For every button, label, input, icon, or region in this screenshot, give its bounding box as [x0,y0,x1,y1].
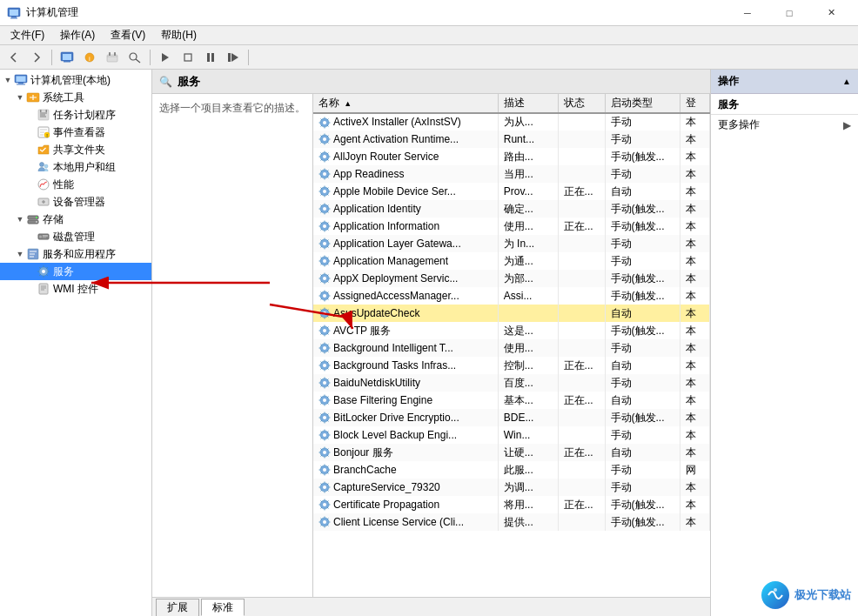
col-header-startup[interactable]: 启动类型 [605,94,680,113]
service-desc-cell: 这是... [498,322,558,339]
table-row[interactable]: Application Layer Gatewa... 为 In... 手动 本 [313,235,710,252]
toolbar-btn4[interactable] [124,48,145,67]
local-users-expand[interactable]: ▶ [24,161,37,173]
table-row[interactable]: AsusUpdateCheck 自动 本 [313,305,710,322]
service-logon-cell: 本 [680,339,709,357]
computer-icon [14,73,28,87]
service-name-cell: Certificate Propagation [313,496,498,513]
toolbar-btn3[interactable] [102,48,123,67]
services-apps-expand[interactable]: ▼ [14,248,26,260]
sidebar-item-disk-management[interactable]: ▶ 磁盘管理 [0,228,151,245]
toolbar-btn1[interactable] [57,48,77,67]
menu-help[interactable]: 帮助(H) [154,27,204,44]
tab-expand[interactable]: 扩展 [156,599,199,616]
table-row[interactable]: ActiveX Installer (AxInstSV) 为从... 手动 本 [313,113,710,131]
toolbar-forward[interactable] [26,48,47,67]
sidebar-item-services[interactable]: ▶ 服务 [0,263,151,280]
sidebar-root[interactable]: ▼ 计算机管理(本地) [0,71,151,89]
device-manager-expand[interactable]: ▶ [24,196,37,208]
table-row[interactable]: BranchCache 此服... 手动 网 [313,461,710,479]
col-header-name[interactable]: 名称 ▲ [313,94,498,113]
table-row[interactable]: Background Tasks Infras... 控制... 正在... 自… [313,357,710,374]
action-more-actions[interactable]: 更多操作 ▶ [711,115,858,135]
service-name-cell: Background Tasks Infras... [313,357,498,374]
table-row[interactable]: AVCTP 服务 这是... 手动(触发... 本 [313,322,710,339]
tab-standard[interactable]: 标准 [201,599,245,616]
table-row[interactable]: Agent Activation Runtime... Runt... 手动 本 [313,131,710,148]
table-row[interactable]: Base Filtering Engine 基本... 正在... 自动 本 [313,392,710,409]
service-logon-cell: 本 [680,392,709,409]
menu-view[interactable]: 查看(V) [104,27,152,44]
sidebar-item-wmi[interactable]: ▶ WMI 控件 [0,280,151,298]
toolbar-pause[interactable] [200,48,221,67]
table-row[interactable]: Application Information 使用... 正在... 手动(触… [313,218,710,235]
performance-expand[interactable]: ▶ [24,178,37,191]
toolbar-restart[interactable] [223,48,244,67]
table-row[interactable]: Block Level Backup Engi... Win... 手动 本 [313,426,710,444]
table-row[interactable]: Certificate Propagation 将用... 正在... 手动(触… [313,496,710,513]
svg-rect-26 [40,110,42,112]
table-row[interactable]: Application Identity 确定... 手动(触发... 本 [313,200,710,218]
service-name-cell: App Readiness [313,165,498,183]
sidebar-item-event-viewer[interactable]: ▶ ! 事件查看器 [0,124,151,141]
table-row[interactable]: AssignedAccessManager... Assi... 手动(触发..… [313,287,710,305]
table-row[interactable]: Background Intelligent T... 使用... 手动 本 [313,339,710,357]
table-row[interactable]: AppX Deployment Servic... 为部... 手动(触发...… [313,270,710,287]
toolbar-back[interactable] [3,48,24,67]
table-row[interactable]: BaiduNetdiskUtility 百度... 手动 本 [313,374,710,392]
services-expand[interactable]: ▶ [24,265,37,278]
action-header-arrow: ▲ [842,77,851,86]
root-expand[interactable]: ▼ [2,74,14,86]
storage-expand[interactable]: ▼ [14,213,26,225]
service-status-cell [558,513,605,531]
minimize-button[interactable]: ─ [727,0,768,26]
toolbar-pause-sq[interactable] [178,48,198,67]
action-header-label: 操作 [718,74,739,89]
sidebar-item-storage[interactable]: ▼ 存储 [0,211,151,228]
table-row[interactable]: Client License Service (Cli... 提供... 手动(… [313,513,710,531]
col-header-desc[interactable]: 描述 [498,94,558,113]
sidebar-item-system-tools[interactable]: ▼ 系统工具 [0,89,151,106]
close-button[interactable]: ✕ [811,0,851,26]
service-startup-cell: 手动(触发... [605,148,680,165]
menu-file[interactable]: 文件(F) [3,27,51,44]
sidebar-item-services-apps[interactable]: ▼ 服务和应用程序 [0,245,151,263]
sidebar-item-task-scheduler[interactable]: ▶ 任务计划程序 [0,106,151,124]
system-tools-expand[interactable]: ▼ [14,91,26,104]
svg-point-83 [323,433,326,437]
content-area: 🔍 服务 选择一个项目来查看它的描述。 名称 [152,70,710,616]
svg-point-75 [323,364,326,367]
event-viewer-expand[interactable]: ▶ [24,126,37,138]
sort-arrow-name: ▲ [344,99,352,108]
service-desc-cell: 路由... [498,148,558,165]
service-desc-cell: 百度... [498,374,558,392]
col-header-logon[interactable]: 登 [680,94,709,113]
table-row[interactable]: BitLocker Drive Encryptio... BDE... 手动(触… [313,409,710,426]
sidebar-item-local-users[interactable]: ▶ 本地用户和组 [0,158,151,176]
sidebar-item-shared-folders[interactable]: ▶ 共享文件夹 [0,141,151,158]
maximize-button[interactable]: □ [769,0,809,26]
wmi-expand[interactable]: ▶ [24,283,37,295]
services-list[interactable]: 名称 ▲ 描述 状态 启动类型 登 ActiveX [313,94,710,597]
svg-rect-23 [17,84,25,85]
svg-rect-6 [64,61,70,63]
table-row[interactable]: Bonjour 服务 让硬... 正在... 自动 本 [313,444,710,461]
service-startup-cell: 手动 [605,479,680,496]
service-startup-cell: 自动 [605,444,680,461]
shared-folders-expand[interactable]: ▶ [24,144,37,156]
toolbar-play[interactable] [155,48,176,67]
sidebar-item-performance[interactable]: ▶ 性能 [0,176,151,193]
table-row[interactable]: Apple Mobile Device Ser... Prov... 正在...… [313,183,710,200]
table-row[interactable]: AllJoyn Router Service 路由... 手动(触发... 本 [313,148,710,165]
col-header-status[interactable]: 状态 [558,94,605,113]
table-row[interactable]: CaptureService_79320 为调... 手动 本 [313,479,710,496]
task-scheduler-expand[interactable]: ▶ [24,109,37,121]
table-row[interactable]: App Readiness 当用... 手动 本 [313,165,710,183]
service-name-cell: AllJoyn Router Service [313,148,498,165]
toolbar-btn2[interactable]: i [79,48,100,67]
menu-action[interactable]: 操作(A) [53,27,102,44]
table-row[interactable]: Application Management 为通... 手动 本 [313,252,710,270]
disk-mgmt-expand[interactable]: ▶ [24,231,37,243]
sidebar-item-device-manager[interactable]: ▶ 设备管理器 [0,193,151,211]
svg-point-61 [323,242,326,245]
